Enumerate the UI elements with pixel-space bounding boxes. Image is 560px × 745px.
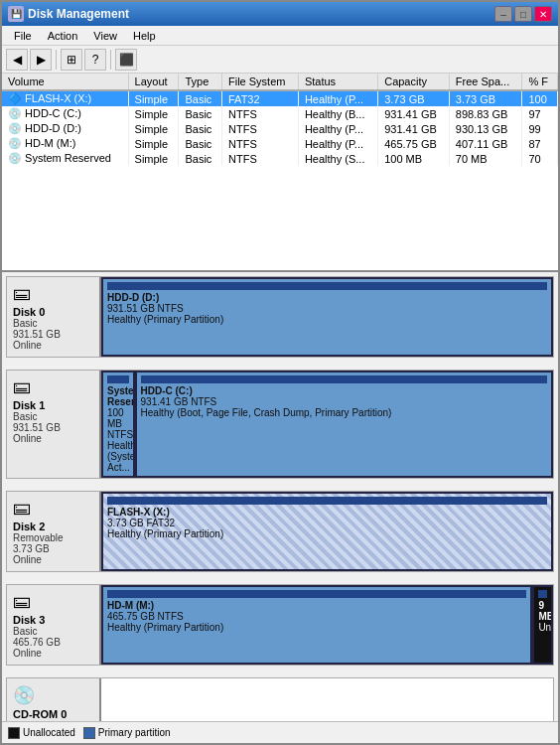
partition-name: HDD-D (D:) [107,292,547,303]
cell-status: Healthy (B... [298,106,377,121]
disk-status: Online [13,554,93,565]
menubar: File Action View Help [2,26,558,46]
disk-label-disk2: 🖴 Disk 2 Removable 3.73 GB Online [7,492,101,571]
cell-capacity: 465.75 GB [378,136,450,151]
cell-layout: Simple [128,90,179,106]
partition-block[interactable]: System Reserved 100 MB NTFS Healthy (Sys… [101,371,135,478]
toolbar: ◀ ▶ ⊞ ? ⬛ [2,46,558,74]
volume-table-area[interactable]: Volume Layout Type File System Status Ca… [2,74,558,272]
partition-status: Healthy (Primary Partition) [107,622,526,633]
partition-block[interactable]: HDD-C (C:) 931.41 GB NTFS Healthy (Boot,… [135,371,553,478]
grid-button[interactable]: ⊞ [61,49,82,71]
partition-size: 931.41 GB NTFS [141,396,547,407]
disk-label-disk0: 🖴 Disk 0 Basic 931.51 GB Online [7,277,101,357]
partition-header-bar [107,497,547,505]
menu-view[interactable]: View [85,29,125,43]
col-filesystem[interactable]: File System [222,74,299,90]
cell-pct: 100 [522,90,558,106]
partition-header-bar [107,375,129,383]
cell-status: Healthy (P... [298,136,377,151]
cell-free: 407.11 GB [449,136,522,151]
col-status[interactable]: Status [298,74,377,90]
disk-name: CD-ROM 0 [13,708,93,720]
disk-icon: 🖴 [13,591,93,612]
table-row[interactable]: 🔷 FLASH-X (X:) Simple Basic FAT32 Health… [2,90,558,106]
disk-status: Online [13,340,93,351]
partition-name: 9 MB [538,600,547,622]
back-button[interactable]: ◀ [6,49,28,71]
table-row[interactable]: 💿 System Reserved Simple Basic NTFS Heal… [2,151,558,166]
disk-row-disk3: 🖴 Disk 3 Basic 465.76 GB Online HD-M (M:… [6,584,554,666]
help-button[interactable]: ? [84,49,106,71]
toolbar-separator2 [110,50,111,70]
main-content: Volume Layout Type File System Status Ca… [2,74,558,743]
disk-icon: 🖴 [13,376,93,397]
cell-free: 930.13 GB [449,121,522,136]
partition-status: Healthy (Primary Partition) [107,314,547,325]
legend-unallocated-box [8,727,20,739]
cell-fs: NTFS [222,121,299,136]
col-layout[interactable]: Layout [128,74,179,90]
cell-volume: 💿 HDD-C (C:) [2,106,128,121]
partition-status: Healthy (Boot, Page File, Crash Dump, Pr… [141,407,547,418]
partition-block[interactable]: HD-M (M:) 465.75 GB NTFS Healthy (Primar… [101,585,532,665]
cell-layout: Simple [128,106,179,121]
legend-unallocated: Unallocated [8,727,75,739]
properties-button[interactable]: ⬛ [115,49,137,71]
close-button[interactable]: ✕ [534,6,552,22]
cell-volume: 💿 HD-M (M:) [2,136,128,151]
col-volume[interactable]: Volume [2,74,128,90]
cell-type: Basic [179,121,222,136]
partition-name: System Reserved [107,385,129,407]
maximize-button[interactable]: □ [514,6,532,22]
disk-visual-area[interactable]: 🖴 Disk 0 Basic 931.51 GB Online HDD-D (D… [2,272,558,721]
partition-block[interactable]: FLASH-X (X:) 3.73 GB FAT32 Healthy (Prim… [101,492,553,571]
cell-fs: NTFS [222,106,299,121]
menu-file[interactable]: File [6,29,40,43]
disk-icon: 🖴 [13,283,93,304]
disk-parts-disk0: HDD-D (D:) 931.51 GB NTFS Healthy (Prima… [101,277,553,357]
partition-size: 100 MB NTFS [107,407,129,440]
minimize-button[interactable]: – [494,6,512,22]
table-row[interactable]: 💿 HD-M (M:) Simple Basic NTFS Healthy (P… [2,136,558,151]
partition-status: Healthy (System, Act... [107,440,129,473]
disk-type: Basic [13,318,93,329]
disk-row-disk1: 🖴 Disk 1 Basic 931.51 GB Online System R… [6,370,554,479]
cell-capacity: 100 MB [378,151,450,166]
disk-icon: 💿 [13,684,93,706]
cell-type: Basic [179,90,222,106]
partition-header-bar [141,375,547,383]
disk-row-cdrom0: 💿 CD-ROM 0 DVD (E:) No Media [6,677,554,721]
partition-header-bar [538,590,547,598]
cell-free: 70 MB [449,151,522,166]
col-capacity[interactable]: Capacity [378,74,450,90]
app-icon: 💾 [8,6,24,22]
partition-block[interactable]: HDD-D (D:) 931.51 GB NTFS Healthy (Prima… [101,277,553,357]
title-bar: 💾 Disk Management – □ ✕ [2,2,558,26]
partition-block[interactable]: 9 MB Unallocated [532,585,553,665]
col-type[interactable]: Type [179,74,222,90]
cell-volume: 💿 HDD-D (D:) [2,121,128,136]
cell-status: Healthy (P... [298,90,377,106]
cell-layout: Simple [128,151,179,166]
partition-size: 931.51 GB NTFS [107,303,547,314]
disk-parts-disk1: System Reserved 100 MB NTFS Healthy (Sys… [101,371,553,478]
toolbar-separator [56,50,57,70]
table-row[interactable]: 💿 HDD-D (D:) Simple Basic NTFS Healthy (… [2,121,558,136]
menu-action[interactable]: Action [40,29,86,43]
partition-status: Healthy (Primary Partition) [107,528,547,539]
col-pct[interactable]: % F [522,74,558,90]
disk-icon: 🖴 [13,498,93,519]
partition-size: Unallocated [538,622,547,633]
forward-button[interactable]: ▶ [30,49,52,71]
table-row[interactable]: 💿 HDD-C (C:) Simple Basic NTFS Healthy (… [2,106,558,121]
cell-fs: FAT32 [222,90,299,106]
volume-table: Volume Layout Type File System Status Ca… [2,74,558,166]
col-freespace[interactable]: Free Spa... [449,74,522,90]
disk-size: 931.51 GB [13,422,93,433]
disk-type: Removable [13,532,93,543]
cell-capacity: 931.41 GB [378,106,450,121]
menu-help[interactable]: Help [125,29,164,43]
cell-pct: 70 [522,151,558,166]
window: 💾 Disk Management – □ ✕ File Action View… [0,0,560,745]
